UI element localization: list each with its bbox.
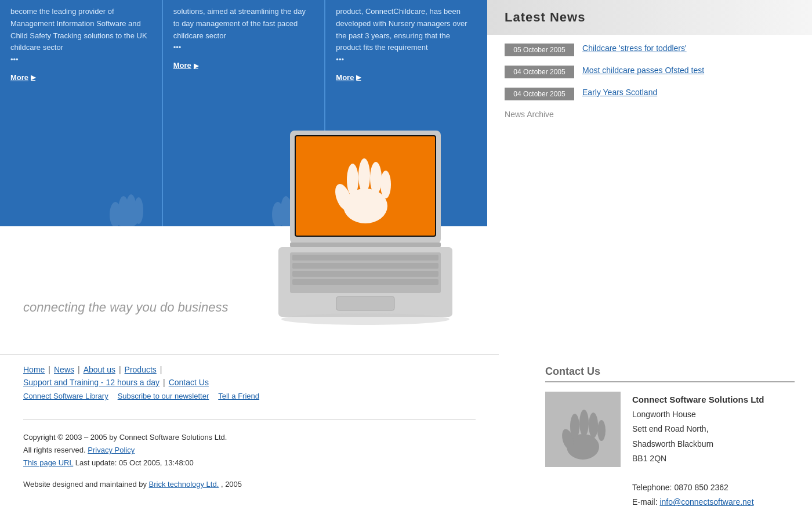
news-item-2: 04 October 2005 Most childcare passes Of… xyxy=(505,66,800,78)
col1-dots: ••• xyxy=(10,55,19,64)
svg-point-15 xyxy=(347,164,358,196)
address-line3: Shadsworth Blackburn xyxy=(632,439,713,449)
nav-sep-1: | xyxy=(48,365,50,374)
footer-divider xyxy=(23,419,476,419)
designer-text: Website designed and maintained by xyxy=(23,480,147,489)
address-line1: Longworth House xyxy=(632,410,696,419)
secondary-links: Connect Software Library Subscribe to ou… xyxy=(23,392,476,400)
copyright-section: Copyright © 2003 – 2005 by Connect Softw… xyxy=(0,425,528,475)
svg-rect-24 xyxy=(292,271,438,277)
address-line2: Sett end Road North, xyxy=(632,424,709,433)
contact-image xyxy=(545,392,621,467)
tagline: connecting the way you do business xyxy=(23,300,228,315)
address-line4: BB1 2QN xyxy=(632,454,666,463)
copyright-line2: All rights reserved. Privacy Policy xyxy=(23,444,505,457)
nav-contact[interactable]: Contact Us xyxy=(169,378,209,387)
news-date-1: 05 October 2005 xyxy=(505,44,574,56)
privacy-policy-link[interactable]: Privacy Policy xyxy=(88,446,135,454)
svg-point-27 xyxy=(281,313,449,325)
col1-more-label: More xyxy=(10,72,28,84)
nav-sep-3: | xyxy=(119,365,121,374)
svg-point-32 xyxy=(579,410,589,436)
news-archive-link[interactable]: News Archive xyxy=(505,110,800,119)
news-link-2[interactable]: Most childcare passes Ofsted test xyxy=(582,66,704,75)
svg-point-34 xyxy=(597,420,606,441)
contact-heading: Contact Us xyxy=(545,366,795,382)
designer-credit: Website designed and maintained by Brick… xyxy=(0,475,528,500)
svg-rect-25 xyxy=(292,279,438,285)
latest-news-title: Latest News xyxy=(505,10,585,25)
page-url-row: This page URL Last update: 05 Oct 2005, … xyxy=(23,457,505,469)
svg-point-33 xyxy=(589,413,598,438)
email-link[interactable]: info@connectsoftware.net xyxy=(659,497,753,507)
news-panel-header: Latest News xyxy=(487,0,812,35)
col1-text: become the leading provider of Managemen… xyxy=(10,6,151,54)
news-link-3[interactable]: Early Years Scotland xyxy=(582,88,657,97)
news-date-2: 04 October 2005 xyxy=(505,66,574,78)
footer-right: Contact Us Connect xyxy=(528,354,812,528)
col3-more-link[interactable]: More ▶ xyxy=(336,72,361,84)
svg-point-31 xyxy=(570,414,579,439)
col2-more-label: More xyxy=(173,60,191,71)
col2-dots: ••• xyxy=(173,43,182,52)
col2-more-link[interactable]: More ▶ xyxy=(173,60,198,71)
tel-value: 0870 850 2362 xyxy=(674,483,728,492)
footer-nav: Home | News | About us | Products | Supp… xyxy=(0,354,499,413)
col3-text: product, ConnectChildcare, has been deve… xyxy=(336,6,477,54)
designer-year: , 2005 xyxy=(221,480,242,489)
svg-rect-26 xyxy=(336,296,394,310)
contact-details: Connect Software Solutions Ltd Longworth… xyxy=(545,392,795,510)
svg-point-16 xyxy=(358,158,370,193)
hero-column-1: become the leading provider of Managemen… xyxy=(0,0,163,226)
page-url-link[interactable]: This page URL xyxy=(23,458,73,467)
nav-products[interactable]: Products xyxy=(125,365,157,374)
nav-sep-4: | xyxy=(160,365,162,374)
svg-rect-19 xyxy=(290,243,441,247)
news-date-3: 04 October 2005 xyxy=(505,88,574,100)
copyright-line1: Copyright © 2003 – 2005 by Connect Softw… xyxy=(23,431,505,444)
company-name: Connect Software Solutions Ltd xyxy=(632,395,764,404)
col2-arrow-icon: ▶ xyxy=(194,61,198,71)
nav-sep-5: | xyxy=(163,378,165,387)
laptop-container xyxy=(278,131,452,353)
col1-arrow-icon: ▶ xyxy=(31,73,35,82)
nav-support[interactable]: Support and Training - 12 hours a day xyxy=(23,378,160,387)
designer-link[interactable]: Brick technology Ltd. xyxy=(149,480,219,489)
col2-text: solutions, aimed at streamlining the day… xyxy=(173,6,314,42)
contact-image-svg xyxy=(545,392,621,467)
col3-arrow-icon: ▶ xyxy=(356,73,361,82)
link-library[interactable]: Connect Software Library xyxy=(23,392,108,400)
nav-home[interactable]: Home xyxy=(23,365,45,374)
all-rights: All rights reserved. xyxy=(23,446,86,454)
handprint-decoration xyxy=(92,157,162,226)
nav-links-2: Support and Training - 12 hours a day | … xyxy=(23,378,476,387)
nav-news[interactable]: News xyxy=(54,365,74,374)
svg-point-18 xyxy=(380,171,391,198)
col1-more-link[interactable]: More ▶ xyxy=(10,72,35,84)
middle-section: connecting the way you do business xyxy=(0,226,812,354)
email-label: E-mail: xyxy=(632,497,658,507)
col3-more-label: More xyxy=(336,72,354,84)
last-update-value: Last update: 05 Oct 2005, 13:48:00 xyxy=(75,458,194,467)
news-item-1: 05 October 2005 Childcare 'stress for to… xyxy=(505,44,800,56)
svg-rect-22 xyxy=(292,255,438,261)
news-link-1[interactable]: Childcare 'stress for toddlers' xyxy=(582,44,687,53)
nav-sep-2: | xyxy=(78,365,80,374)
contact-info: Connect Software Solutions Ltd Longworth… xyxy=(632,392,764,510)
link-newsletter[interactable]: Subscribe to our newsletter xyxy=(118,392,209,400)
col3-dots: ••• xyxy=(336,55,344,64)
svg-point-17 xyxy=(370,162,382,194)
nav-about[interactable]: About us xyxy=(84,365,115,374)
news-panel: Latest News 05 October 2005 Childcare 's… xyxy=(487,0,812,226)
tel-label: Telephone: xyxy=(632,483,672,492)
footer-left: Home | News | About us | Products | Supp… xyxy=(0,354,528,528)
link-tell-friend[interactable]: Tell a Friend xyxy=(218,392,259,400)
nav-links: Home | News | About us | Products | xyxy=(23,365,476,374)
laptop-graphic xyxy=(278,131,452,351)
svg-rect-23 xyxy=(292,263,438,269)
news-item-3: 04 October 2005 Early Years Scotland xyxy=(505,88,800,100)
footer-wrapper: Home | News | About us | Products | Supp… xyxy=(0,354,812,528)
